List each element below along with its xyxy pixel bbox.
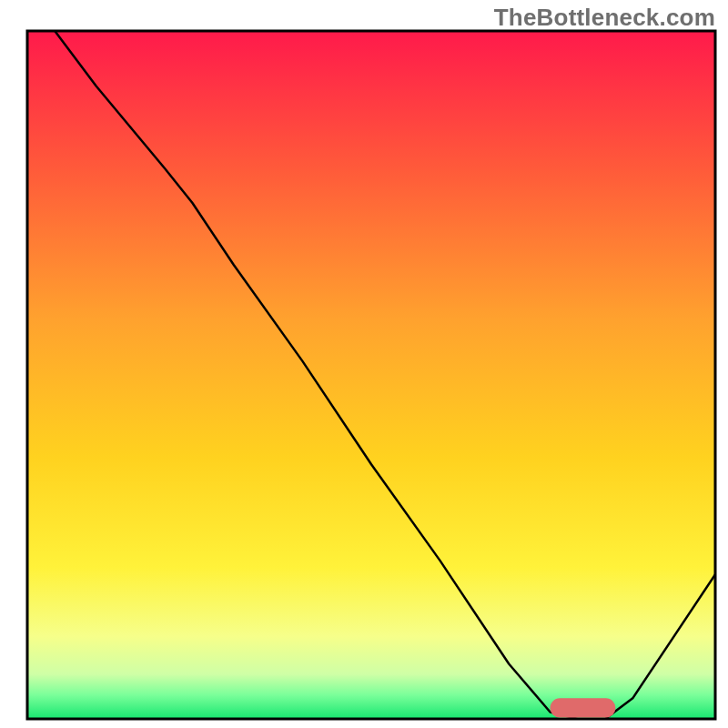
chart-stage: TheBottleneck.com [0,0,728,728]
chart-svg [0,0,728,728]
gradient-background [27,31,715,719]
watermark-text: TheBottleneck.com [494,4,715,32]
